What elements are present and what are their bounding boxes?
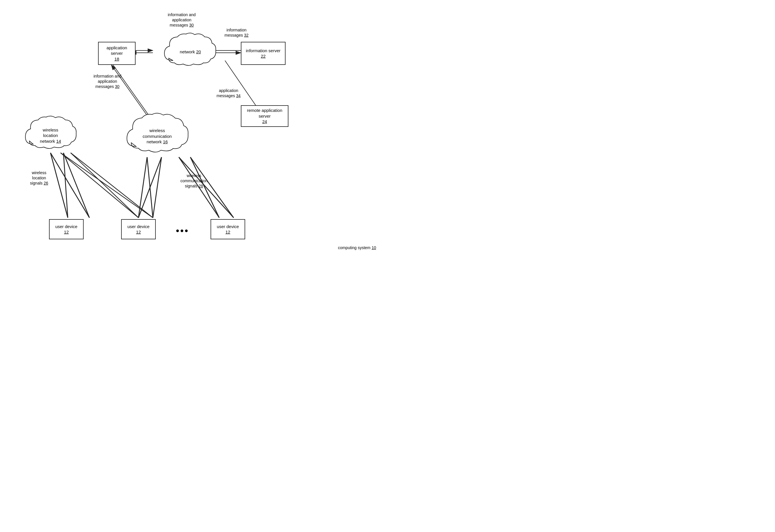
wireless-location-network-cloud: wirelesslocationnetwork 14: [23, 115, 78, 156]
wireless-location-network-label: wirelesslocationnetwork 14: [40, 127, 61, 144]
user-device-1-box: user device 12: [49, 219, 84, 239]
wireless-comm-network-cloud: wirelesscommunicationnetwork 16: [124, 112, 190, 160]
svg-line-23: [71, 153, 153, 218]
user-device-1-number: 12: [64, 229, 69, 235]
network-number: 20: [196, 49, 201, 54]
wcn-number: 16: [163, 139, 168, 144]
wln-number: 14: [56, 139, 61, 144]
user-device-2-box: user device 12: [121, 219, 156, 239]
remote-application-server-number: 24: [262, 119, 267, 125]
label-application-messages-34: applicationmessages 34: [209, 88, 248, 98]
label-info-messages-32: informationmessages 32: [216, 27, 257, 38]
svg-line-22: [61, 153, 138, 218]
application-server-box: application server 18: [98, 42, 136, 65]
label-wireless-comm-signals: wirelesscommunicationsignals 28: [172, 173, 216, 189]
network-cloud: network 20: [161, 32, 219, 72]
information-server-box: information server 22: [241, 42, 285, 65]
label-info-app-messages-top: information andapplicationmessages 30: [157, 12, 206, 28]
ellipsis: •••: [176, 225, 189, 236]
svg-line-16: [147, 157, 153, 218]
svg-line-17: [138, 157, 161, 218]
application-server-label: application server: [101, 45, 132, 56]
application-server-number: 18: [114, 56, 119, 62]
label-wireless-location-signals: wirelesslocationsignals 26: [20, 170, 59, 186]
computing-system-label: computing system 10: [318, 245, 376, 250]
information-server-label: information server: [246, 48, 280, 54]
user-device-3-number: 12: [225, 229, 230, 235]
label-info-app-messages-mid: information andapplicationmessages 30: [84, 74, 131, 89]
svg-line-15: [153, 157, 161, 218]
user-device-2-number: 12: [136, 229, 141, 235]
svg-line-7: [225, 61, 259, 111]
svg-line-13: [63, 153, 68, 218]
user-device-3-box: user device 12: [210, 219, 245, 239]
remote-application-server-label: remote applicationserver: [247, 108, 282, 119]
wireless-comm-network-label: wirelesscommunicationnetwork 16: [143, 128, 172, 145]
svg-line-11: [63, 153, 89, 218]
information-server-number: 22: [261, 53, 266, 59]
svg-line-24: [61, 153, 153, 218]
diagram: application server 18 network 20 informa…: [0, 0, 388, 266]
user-device-1-label: user device: [55, 224, 78, 230]
network-cloud-label: network 20: [180, 49, 201, 55]
user-device-3-label: user device: [217, 224, 239, 230]
svg-line-14: [138, 157, 147, 218]
user-device-2-label: user device: [127, 224, 150, 230]
svg-line-25: [71, 153, 138, 218]
remote-application-server-box: remote applicationserver 24: [241, 105, 288, 127]
